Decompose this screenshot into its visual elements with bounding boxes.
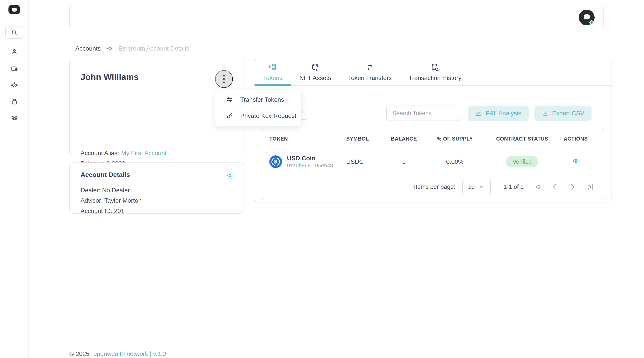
trend-chart-icon	[475, 110, 482, 117]
breadcrumb-accounts[interactable]: Accounts	[75, 45, 101, 52]
tab-label: Transaction History	[409, 74, 461, 82]
footer-version-link[interactable]: openwealth network | v.1.0	[94, 350, 166, 357]
last-page-button[interactable]	[586, 183, 594, 191]
user-avatar[interactable]	[579, 10, 594, 26]
user-icon	[10, 48, 18, 56]
history-search-database-icon	[430, 63, 440, 72]
col-header-status: CONTRACT STATUS	[488, 136, 556, 142]
table-row: $ USD Coin 0xa0b869...06eb48 USDC 1 0.00…	[261, 150, 604, 174]
dealer-field: Dealer: No Dealer	[80, 185, 233, 195]
wallet-icon	[10, 65, 18, 72]
sidebar-item-assets[interactable]	[10, 98, 18, 106]
usdc-logo: $	[269, 155, 282, 168]
advisor-field: Advisor: Taylor Morton	[80, 195, 233, 206]
tab-tokens[interactable]: $ Tokens	[254, 59, 291, 85]
breadcrumb-arrow-icon	[106, 44, 114, 52]
col-header-balance: BALANCE	[386, 136, 421, 142]
token-supply-pct: 0.00%	[421, 158, 488, 165]
account-actions-menu-button[interactable]	[215, 70, 233, 88]
tab-token-transfers[interactable]: Token Transfers	[340, 59, 400, 85]
items-per-page-select[interactable]: 10	[462, 178, 491, 195]
sidebar-search-button[interactable]	[5, 26, 23, 39]
svg-text:$: $	[316, 68, 318, 72]
download-icon	[542, 110, 549, 117]
chevron-down-icon	[478, 184, 485, 190]
previous-page-button[interactable]	[550, 183, 559, 191]
token-name: USD Coin	[287, 154, 333, 162]
svg-text:$: $	[269, 65, 271, 69]
sidebar-item-wallets[interactable]	[10, 64, 18, 73]
transfer-tokens-icon	[226, 96, 234, 104]
col-header-actions: ACTIONS	[556, 136, 596, 142]
col-header-symbol: SYMBOL	[346, 136, 386, 142]
col-header-supply: % OF SUPPLY	[421, 136, 488, 142]
top-bar	[70, 5, 604, 29]
transfer-arrows-icon	[365, 63, 375, 72]
coins-dollar-icon: $	[268, 63, 278, 72]
app-logo[interactable]	[8, 5, 20, 14]
tab-bar: $ Tokens $ NFT Assets Token Transfers	[254, 59, 612, 86]
key-icon	[226, 112, 234, 120]
account-alias-field: Account Alias: My First Account	[80, 148, 189, 158]
network-diamond-icon	[10, 81, 18, 89]
details-card-title: Account Details	[80, 171, 233, 178]
page-range-label: 1-1 of 1	[504, 184, 524, 190]
menu-item-private-key-request[interactable]: Private Key Request	[215, 108, 302, 124]
export-csv-button[interactable]: Export CSV	[534, 106, 592, 121]
sidebar	[0, 0, 29, 358]
breadcrumb-current-page: Ethereum Account Details	[118, 45, 189, 52]
account-alias-link[interactable]: My First Account	[121, 148, 167, 158]
tab-transaction-history[interactable]: Transaction History	[400, 59, 470, 85]
tab-nft-assets[interactable]: $ NFT Assets	[291, 59, 340, 85]
next-page-button[interactable]	[568, 183, 577, 191]
copyright-text: © 2025	[70, 350, 90, 357]
sidebar-item-tools[interactable]	[10, 114, 18, 122]
items-per-page-label: Items per page:	[414, 184, 455, 190]
sidebar-item-network[interactable]	[10, 81, 18, 89]
token-symbol: USDC	[346, 158, 386, 165]
view-token-icon[interactable]	[572, 157, 580, 164]
tab-label: Token Transfers	[348, 74, 392, 82]
account-holder-name: John Williams	[80, 72, 233, 82]
svg-text:$: $	[274, 158, 277, 164]
account-actions-menu: Transfer Tokens Private Key Request	[215, 89, 302, 126]
table-header-row: TOKEN SYMBOL BALANCE % OF SUPPLY CONTRAC…	[261, 129, 604, 150]
crossed-bandage-icon	[10, 114, 18, 122]
contact-book-icon[interactable]	[226, 172, 234, 180]
money-bag-icon	[10, 98, 18, 106]
sidebar-item-accounts[interactable]	[10, 48, 18, 56]
search-icon	[10, 29, 18, 36]
account-id-field: Account ID: 201	[80, 206, 233, 216]
ethereum-account-details-page: Accounts Ethereum Account Details John W…	[0, 0, 644, 358]
online-status-dot	[590, 20, 594, 24]
pagination: Items per page: 10 1-1 of 1	[414, 174, 594, 200]
token-identity: USD Coin 0xa0b869...06eb48	[287, 154, 333, 169]
token-balance: 1	[386, 158, 421, 165]
col-header-token: TOKEN	[269, 136, 346, 142]
tab-label: Tokens	[263, 74, 282, 82]
search-tokens-input[interactable]	[386, 106, 459, 121]
token-address: 0xa0b869...06eb48	[287, 162, 333, 169]
footer: © 2025 openwealth network | v.1.0	[70, 350, 166, 358]
first-page-button[interactable]	[533, 183, 541, 191]
tokens-table-card: TOKEN SYMBOL BALANCE % OF SUPPLY CONTRAC…	[261, 129, 604, 200]
pnl-analysis-button[interactable]: P&L Analysis	[468, 106, 529, 121]
account-details-card: Account Details Dealer: No Dealer Adviso…	[70, 162, 244, 214]
nft-database-icon: $	[310, 63, 320, 72]
contract-status-badge: Verified	[506, 156, 538, 168]
menu-item-transfer-tokens[interactable]: Transfer Tokens	[215, 92, 302, 108]
details-fields: Dealer: No Dealer Advisor: Taylor Morton…	[80, 185, 233, 216]
tab-label: NFT Assets	[299, 74, 331, 82]
tokens-panel: $ Tokens $ NFT Assets Token Transfers	[254, 59, 612, 202]
breadcrumb: Accounts Ethereum Account Details	[75, 44, 189, 52]
